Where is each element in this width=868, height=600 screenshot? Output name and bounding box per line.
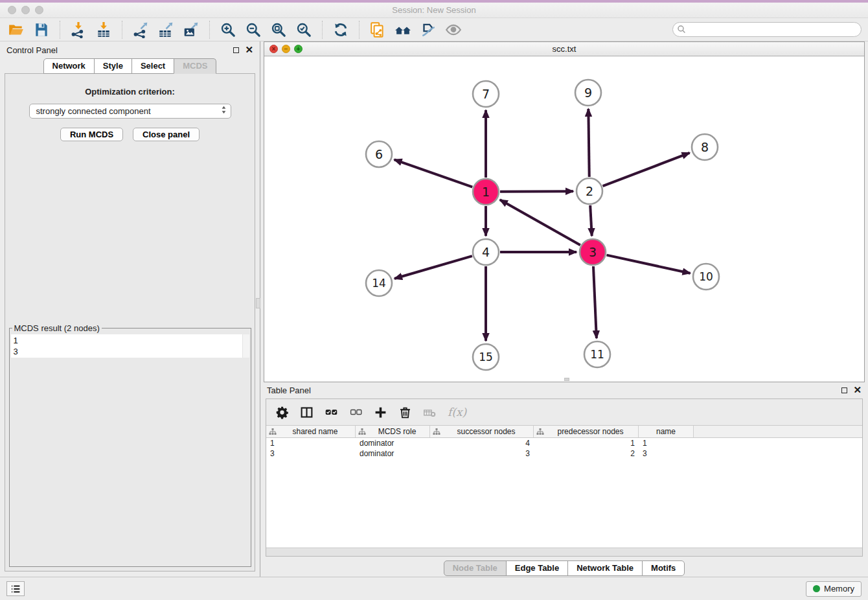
export-image-icon[interactable] <box>181 20 201 40</box>
import-network-icon[interactable] <box>69 20 88 40</box>
close-table-panel-icon[interactable]: ✕ <box>853 387 862 393</box>
cell[interactable]: 1 <box>639 439 694 448</box>
svg-text:15: 15 <box>479 351 493 363</box>
tab-network[interactable]: Network <box>43 58 95 74</box>
table-hscrollbar[interactable] <box>266 548 862 556</box>
edge-2-8[interactable] <box>603 153 690 186</box>
tab-mcds[interactable]: MCDS <box>174 58 216 74</box>
svg-text:11: 11 <box>590 348 604 361</box>
close-window-button[interactable] <box>8 6 16 14</box>
zoom-selected-icon[interactable] <box>294 20 314 40</box>
column-header-shared-name[interactable]: shared name <box>266 426 356 437</box>
search-input[interactable] <box>672 22 862 37</box>
cell[interactable]: 3 <box>266 449 356 458</box>
close-panel-button[interactable]: Close panel <box>133 128 200 141</box>
tab-select[interactable]: Select <box>131 58 174 74</box>
mcds-panel: Optimization criterion: strongly connect… <box>5 73 255 571</box>
cell[interactable]: dominator <box>356 449 430 458</box>
canvas-splitter-handle[interactable] <box>564 378 569 381</box>
network-window-titlebar[interactable]: × − + scc.txt <box>264 42 864 56</box>
refresh-icon[interactable] <box>331 20 350 40</box>
edge-3-10[interactable] <box>606 255 690 273</box>
cell[interactable]: 4 <box>430 439 534 448</box>
edge-2-3[interactable] <box>590 205 592 236</box>
import-table-icon[interactable] <box>94 20 113 40</box>
mcds-result-area[interactable]: 1 3 <box>11 334 249 358</box>
maximize-window-button[interactable] <box>35 6 43 14</box>
save-session-icon[interactable] <box>32 20 51 40</box>
zoom-in-icon[interactable] <box>218 20 238 40</box>
column-header-predecessor-nodes[interactable]: predecessor nodes <box>534 426 639 437</box>
close-panel-icon[interactable]: ✕ <box>245 47 253 53</box>
network-maximize-icon[interactable]: + <box>294 45 303 53</box>
optimization-criterion-dropdown[interactable]: strongly connected component <box>29 104 231 119</box>
show-column-panel-icon[interactable] <box>300 406 314 419</box>
control-panel-tabs: NetworkStyleSelectMCDS <box>0 58 260 74</box>
network-graph[interactable]: 7968124314101511 <box>264 56 867 382</box>
network-window-title: scc.txt <box>264 44 864 54</box>
node-1[interactable]: 1 <box>473 179 499 205</box>
birdseye-view-icon[interactable] <box>444 20 463 40</box>
run-mcds-button[interactable]: Run MCDS <box>60 128 123 141</box>
node-15[interactable]: 15 <box>473 344 499 370</box>
node-8[interactable]: 8 <box>692 134 718 160</box>
home-icon[interactable] <box>393 20 413 40</box>
node-4[interactable]: 4 <box>473 239 499 265</box>
tab-node-table[interactable]: Node Table <box>444 560 507 576</box>
column-header-MCDS-role[interactable]: MCDS role <box>356 426 430 437</box>
table-settings-gear-icon[interactable] <box>275 406 289 419</box>
column-header-successor-nodes[interactable]: successor nodes <box>430 426 534 437</box>
tab-motifs[interactable]: Motifs <box>642 560 685 576</box>
tab-style[interactable]: Style <box>94 58 132 74</box>
new-network-from-selection-icon[interactable] <box>368 20 387 40</box>
mcds-result-title: MCDS result (2 nodes) <box>12 323 102 333</box>
edge-1-2[interactable] <box>500 191 573 192</box>
cell[interactable]: 1 <box>534 439 639 448</box>
table-row[interactable]: 3dominator323 <box>266 448 862 459</box>
network-close-icon[interactable]: × <box>269 45 278 53</box>
edge-3-11[interactable] <box>593 266 597 338</box>
add-column-icon[interactable] <box>374 406 387 419</box>
tab-network-table[interactable]: Network Table <box>567 560 643 576</box>
export-network-icon[interactable] <box>131 20 150 40</box>
node-2[interactable]: 2 <box>577 178 602 204</box>
edge-4-14[interactable] <box>394 256 472 279</box>
node-3[interactable]: 3 <box>580 239 606 265</box>
node-14[interactable]: 14 <box>366 270 392 296</box>
node-11[interactable]: 11 <box>584 341 610 367</box>
edge-1-6[interactable] <box>394 159 473 187</box>
node-9[interactable]: 9 <box>575 80 601 106</box>
select-all-icon[interactable] <box>325 406 338 419</box>
table-row[interactable]: 1dominator411 <box>266 438 862 448</box>
edge-3-1[interactable] <box>500 200 580 245</box>
minimize-window-button[interactable] <box>21 6 30 14</box>
cell[interactable]: dominator <box>356 439 430 448</box>
network-canvas[interactable]: 7968124314101511 <box>264 56 864 382</box>
node-10[interactable]: 10 <box>693 264 719 290</box>
optimization-criterion-label: Optimization criterion: <box>85 87 175 97</box>
column-header-name[interactable]: name <box>639 426 694 437</box>
network-minimize-icon[interactable]: − <box>282 45 290 53</box>
task-history-button[interactable] <box>6 581 25 596</box>
zoom-out-icon[interactable] <box>244 20 263 40</box>
memory-button[interactable]: Memory <box>806 581 862 597</box>
node-7[interactable]: 7 <box>473 81 499 107</box>
node-6[interactable]: 6 <box>366 141 392 167</box>
cell[interactable]: 3 <box>430 449 534 458</box>
graphics-details-icon[interactable] <box>418 20 438 40</box>
table-tabs: Node TableEdge TableNetwork TableMotifs <box>260 559 868 577</box>
zoom-fit-icon[interactable] <box>269 20 288 40</box>
cell[interactable]: 3 <box>639 449 694 458</box>
export-table-icon[interactable] <box>156 20 176 40</box>
cell[interactable]: 2 <box>534 449 639 458</box>
cell[interactable]: 1 <box>266 439 356 448</box>
float-table-panel-icon[interactable] <box>841 387 847 393</box>
edge-2-9[interactable] <box>588 109 589 177</box>
mcds-scrollbar[interactable] <box>242 334 249 358</box>
deselect-all-icon[interactable] <box>349 406 363 419</box>
open-session-icon[interactable] <box>6 20 26 40</box>
float-panel-icon[interactable] <box>233 47 239 53</box>
panel-splitter-handle[interactable] <box>256 298 260 308</box>
tab-edge-table[interactable]: Edge Table <box>506 560 568 576</box>
delete-column-trash-icon[interactable] <box>398 406 412 419</box>
